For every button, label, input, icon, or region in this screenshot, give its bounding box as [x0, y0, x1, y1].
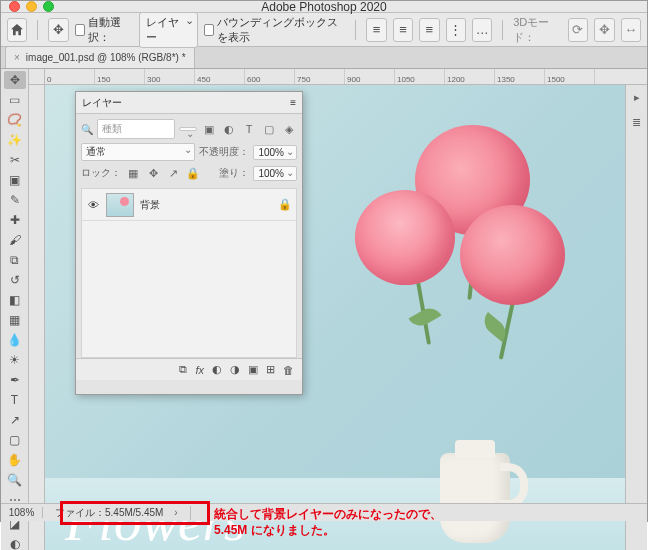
horizontal-ruler: 0 150 300 450 600 750 900 1050 1200 1350…	[29, 69, 647, 85]
filter-smart-icon[interactable]: ◈	[281, 121, 297, 137]
separator	[502, 20, 503, 40]
document-tab[interactable]: × image_001.psd @ 108% (RGB/8*) *	[5, 46, 195, 68]
mode3d-pan-button: ✥	[594, 18, 614, 42]
filter-pixel-icon[interactable]: ▣	[201, 121, 217, 137]
options-bar: ✥ 自動選択： レイヤー バウンディングボックスを表示 ≡ ≡ ≡ ⋮ … 3D…	[1, 13, 647, 47]
document-canvas[interactable]: Flowers レイヤー ≡ 🔍 種類 ▣	[45, 85, 625, 550]
align-top-button[interactable]: ≡	[366, 18, 386, 42]
type-tool[interactable]: T	[4, 391, 26, 409]
blur-tool[interactable]: 💧	[4, 331, 26, 349]
canvas-area: 0 150 300 450 600 750 900 1050 1200 1350…	[29, 69, 647, 550]
mode3d-label: 3Dモード：	[513, 15, 562, 45]
mode3d-slide-button: ↔	[621, 18, 641, 42]
layer-row-background[interactable]: 👁 背景 🔒	[82, 189, 296, 221]
stamp-tool[interactable]: ⧉	[4, 251, 26, 269]
layers-panel[interactable]: レイヤー ≡ 🔍 種類 ▣ ◐ T ▢	[75, 91, 303, 395]
delete-layer-icon[interactable]: 🗑	[283, 364, 294, 376]
hand-tool[interactable]: ✋	[4, 451, 26, 469]
zoom-level[interactable]: 108%	[1, 507, 43, 518]
brush-tool[interactable]: 🖌	[4, 231, 26, 249]
group-icon[interactable]: ▣	[248, 363, 258, 376]
show-bbox-label: バウンディングボックスを表示	[217, 15, 345, 45]
shape-tool[interactable]: ▢	[4, 431, 26, 449]
frame-tool[interactable]: ▣	[4, 171, 26, 189]
lasso-tool[interactable]: 📿	[4, 111, 26, 129]
layers-panel-title: レイヤー	[82, 96, 122, 110]
distribute-button[interactable]: ⋮	[446, 18, 466, 42]
layers-panel-footer: ⧉ fx ◐ ◑ ▣ ⊞ 🗑	[76, 358, 302, 380]
close-tab-icon[interactable]: ×	[14, 52, 20, 63]
auto-select-checkbox[interactable]: 自動選択：	[75, 15, 134, 45]
eraser-tool[interactable]: ◧	[4, 291, 26, 309]
layer-name[interactable]: 背景	[140, 198, 272, 212]
layer-list: 👁 背景 🔒	[81, 188, 297, 358]
document-tab-label: image_001.psd @ 108% (RGB/8*) *	[26, 52, 186, 63]
crop-tool[interactable]: ✂	[4, 151, 26, 169]
properties-panel-icon[interactable]: ≣	[632, 116, 641, 129]
callout-highlight-box	[60, 501, 210, 525]
filter-adjust-icon[interactable]: ◐	[221, 121, 237, 137]
callout-line1: 統合して背景レイヤーのみになったので、	[214, 506, 442, 522]
document-tabs: × image_001.psd @ 108% (RGB/8*) *	[1, 47, 647, 69]
fill-input[interactable]: 100%	[253, 166, 297, 181]
lock-label: ロック：	[81, 166, 121, 180]
layer-filter-input[interactable]: 種類	[97, 119, 175, 139]
layer-filter-dropdown[interactable]	[179, 127, 197, 131]
layer-mask-icon[interactable]: ◐	[212, 363, 222, 376]
history-brush-tool[interactable]: ↺	[4, 271, 26, 289]
callout-line2: 5.45M になりました。	[214, 522, 442, 538]
lock-icon[interactable]: 🔒	[278, 198, 292, 211]
app-window: Adobe Photoshop 2020 ✥ 自動選択： レイヤー バウンディン…	[0, 0, 648, 522]
lock-artboard-icon[interactable]: ↗	[165, 165, 181, 181]
mode3d-orbit-button: ⟳	[568, 18, 588, 42]
layer-fx-icon[interactable]: fx	[195, 364, 204, 376]
separator	[37, 20, 38, 40]
quick-mask-button[interactable]: ◐	[4, 535, 26, 550]
lock-position-icon[interactable]: ✥	[145, 165, 161, 181]
wand-tool[interactable]: ✨	[4, 131, 26, 149]
auto-select-target-dropdown[interactable]: レイヤー	[139, 12, 198, 48]
lock-pixels-icon[interactable]: ▦	[125, 165, 141, 181]
path-tool[interactable]: ↗	[4, 411, 26, 429]
heal-tool[interactable]: ✚	[4, 211, 26, 229]
filter-shape-icon[interactable]: ▢	[261, 121, 277, 137]
gradient-tool[interactable]: ▦	[4, 311, 26, 329]
show-bbox-checkbox[interactable]: バウンディングボックスを表示	[204, 15, 345, 45]
link-layers-icon[interactable]: ⧉	[179, 363, 187, 376]
app-title: Adobe Photoshop 2020	[1, 0, 647, 14]
home-button[interactable]	[7, 18, 27, 42]
titlebar: Adobe Photoshop 2020	[1, 1, 647, 13]
move-tool[interactable]: ✥	[4, 71, 26, 89]
new-layer-icon[interactable]: ⊞	[266, 363, 275, 376]
collapsed-panels-strip: ▸ ≣	[625, 85, 647, 550]
filter-type-icon[interactable]: T	[241, 121, 257, 137]
eyedropper-tool[interactable]: ✎	[4, 191, 26, 209]
expand-panels-icon[interactable]: ▸	[634, 91, 640, 104]
layer-thumbnail[interactable]	[106, 193, 134, 217]
align-middle-button[interactable]: ≡	[393, 18, 413, 42]
adjustment-layer-icon[interactable]: ◑	[230, 363, 240, 376]
auto-select-label: 自動選択：	[88, 15, 133, 45]
opacity-input[interactable]: 100%	[253, 145, 297, 160]
dodge-tool[interactable]: ☀	[4, 351, 26, 369]
panel-menu-icon[interactable]: ≡	[290, 97, 296, 108]
marquee-tool[interactable]: ▭	[4, 91, 26, 109]
callout-annotation: 統合して背景レイヤーのみになったので、 5.45M になりました。	[60, 506, 442, 538]
move-tool-indicator: ✥	[48, 18, 68, 42]
lock-all-icon[interactable]: 🔒	[185, 165, 201, 181]
opacity-label: 不透明度：	[199, 145, 249, 159]
blend-mode-dropdown[interactable]: 通常	[81, 143, 195, 161]
visibility-toggle-icon[interactable]: 👁	[86, 198, 100, 212]
workspace: ✥ ▭ 📿 ✨ ✂ ▣ ✎ ✚ 🖌 ⧉ ↺ ◧ ▦ 💧 ☀ ✒ T ↗ ▢ ✋ …	[1, 69, 647, 550]
fill-label: 塗り：	[219, 166, 249, 180]
separator	[355, 20, 356, 40]
tools-panel: ✥ ▭ 📿 ✨ ✂ ▣ ✎ ✚ 🖌 ⧉ ↺ ◧ ▦ 💧 ☀ ✒ T ↗ ▢ ✋ …	[1, 69, 29, 550]
align-bottom-button[interactable]: ≡	[419, 18, 439, 42]
pen-tool[interactable]: ✒	[4, 371, 26, 389]
vertical-ruler	[29, 85, 45, 550]
more-align-button[interactable]: …	[472, 18, 492, 42]
zoom-tool[interactable]: 🔍	[4, 471, 26, 489]
